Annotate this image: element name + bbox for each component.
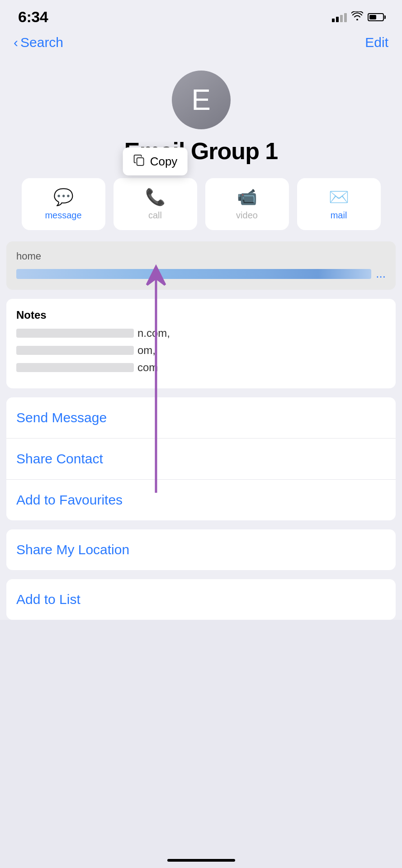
note-blur-3	[16, 363, 134, 372]
add-to-favourites-button[interactable]: Add to Favourites	[6, 480, 396, 520]
add-to-list-label: Add to List	[16, 592, 80, 607]
action-video-button[interactable]: 📹 video	[205, 178, 289, 230]
back-label: Search	[20, 35, 63, 50]
back-button[interactable]: ‹ Search	[14, 35, 63, 50]
contact-header: E Email Group 1	[0, 57, 402, 178]
copy-tooltip[interactable]: Copy	[123, 147, 188, 175]
home-indicator	[167, 859, 235, 862]
actions-row: 💬 message 📞 call Copy 📹 video	[0, 178, 402, 241]
home-email-row: ...	[16, 267, 386, 281]
home-card: home ...	[6, 241, 396, 290]
share-contact-label: Share Contact	[16, 451, 103, 466]
edit-button[interactable]: Edit	[365, 35, 388, 50]
note-text-1: n.com,	[137, 327, 170, 340]
avatar: E	[172, 71, 231, 129]
action-message-button[interactable]: 💬 message	[22, 178, 105, 230]
chevron-left-icon: ‹	[14, 35, 18, 50]
message-icon: 💬	[53, 188, 74, 207]
wifi-icon	[351, 11, 363, 23]
email-more-button[interactable]: ...	[376, 267, 386, 281]
note-blur-2	[16, 346, 134, 355]
avatar-letter: E	[191, 83, 211, 117]
send-message-button[interactable]: Send Message	[6, 397, 396, 439]
copy-icon	[133, 154, 146, 169]
notes-title: Notes	[16, 309, 386, 321]
share-contact-button[interactable]: Share Contact	[6, 439, 396, 480]
note-line-2: om,	[16, 344, 386, 357]
call-icon: 📞	[145, 188, 166, 207]
status-time: 6:34	[18, 8, 48, 26]
add-to-list-card[interactable]: Add to List	[6, 579, 396, 620]
note-text-2: om,	[137, 344, 156, 357]
svg-rect-0	[137, 158, 144, 165]
actions-row-wrapper: 💬 message 📞 call Copy 📹 video	[0, 178, 402, 241]
message-label: message	[45, 210, 81, 221]
email-blurred	[16, 269, 371, 279]
note-text-3: com	[137, 361, 158, 374]
action-call-button[interactable]: 📞 call Copy	[114, 178, 197, 230]
nav-bar: ‹ Search Edit	[0, 30, 402, 57]
video-label: video	[236, 210, 258, 221]
signal-icon	[332, 12, 347, 22]
actions-group-card: Send Message Share Contact Add to Favour…	[6, 397, 396, 520]
call-label: call	[148, 210, 162, 221]
notes-card: Notes n.com, om, com	[6, 299, 396, 388]
video-icon: 📹	[237, 188, 257, 207]
note-blur-1	[16, 329, 134, 338]
share-location-card[interactable]: Share My Location	[6, 529, 396, 570]
status-bar: 6:34	[0, 0, 402, 30]
note-line-1: n.com,	[16, 327, 386, 340]
note-line-3: com	[16, 361, 386, 374]
mail-icon: ✉️	[329, 188, 349, 207]
mail-label: mail	[331, 210, 347, 221]
add-to-favourites-label: Add to Favourites	[16, 492, 123, 507]
battery-icon	[368, 13, 384, 21]
share-location-label: Share My Location	[16, 542, 129, 557]
content-area: home ... Notes n.com, om, com Send Messa…	[0, 241, 402, 620]
status-icons	[332, 11, 384, 23]
home-label: home	[16, 250, 386, 262]
send-message-label: Send Message	[16, 410, 107, 425]
copy-label: Copy	[150, 155, 178, 169]
action-mail-button[interactable]: ✉️ mail	[297, 178, 381, 230]
